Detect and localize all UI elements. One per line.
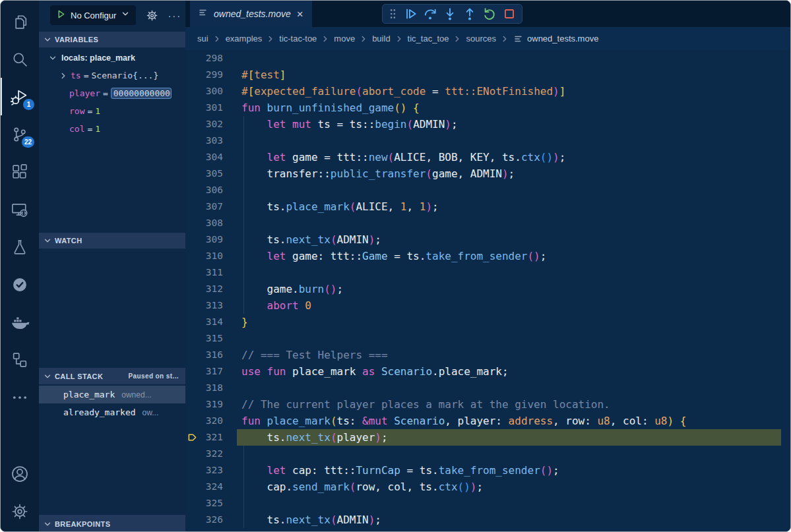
line-number[interactable]: 307 — [185, 198, 223, 215]
code-line-316[interactable]: 316// === Test Helpers === — [185, 347, 790, 363]
code-line-302[interactable]: 302 let mut ts = ts::begin(ADMIN); — [185, 116, 790, 133]
code-line-306[interactable]: 306 — [185, 182, 790, 198]
variables-section-header[interactable]: VARIABLES — [39, 32, 185, 47]
code-line-320[interactable]: 320fun place_mark(ts: &mut Scenario, pla… — [185, 413, 790, 429]
line-number[interactable]: 318 — [185, 380, 223, 396]
line-number[interactable]: 320 — [185, 413, 223, 429]
activity-item-search[interactable] — [1, 40, 39, 78]
activity-item-extensions[interactable] — [1, 153, 39, 191]
breadcrumb-item-examples[interactable]: examples — [226, 34, 263, 44]
restart-icon[interactable] — [482, 7, 497, 21]
call-stack-frame-already_marked[interactable]: already_markedow... — [39, 403, 185, 421]
line-number[interactable]: 299 — [185, 67, 223, 83]
call-stack-section-header[interactable]: CALL STACK Paused on st... — [39, 368, 185, 384]
code-line-305[interactable]: 305 transfer::public_transfer(game, ADMI… — [185, 165, 790, 182]
code-line-313[interactable]: 313 abort 0 — [185, 297, 790, 314]
step-over-icon[interactable] — [423, 7, 437, 21]
code-line-323[interactable]: 323 let cap: ttt::TurnCap = ts.take_from… — [185, 462, 790, 479]
line-number[interactable]: 310 — [185, 248, 223, 264]
activity-item-more[interactable] — [1, 378, 39, 416]
line-number[interactable]: 315 — [185, 330, 223, 347]
breadcrumb-item-sui[interactable]: sui — [197, 34, 208, 44]
step-into-icon[interactable] — [443, 7, 457, 21]
line-number[interactable]: 323 — [185, 462, 223, 479]
code-line-325[interactable]: 325 — [185, 495, 790, 512]
variable-row-col[interactable]: col = 1 — [39, 120, 185, 138]
activity-item-tasks[interactable] — [1, 266, 39, 303]
close-icon[interactable]: × — [296, 9, 304, 20]
breadcrumb-item-tic_tac_toe[interactable]: tic_tac_toe — [408, 34, 449, 44]
code-line-318[interactable]: 318 — [185, 380, 790, 396]
line-number[interactable]: 324 — [185, 479, 223, 495]
code-line-299[interactable]: 299#[test] — [185, 67, 790, 83]
variable-value[interactable]: 000000000000… — [111, 88, 172, 99]
activity-item-remote-explorer[interactable] — [1, 191, 39, 228]
code-line-304[interactable]: 304 let game = ttt::new(ALICE, BOB, KEY,… — [185, 149, 790, 165]
code-line-310[interactable]: 310 let game: ttt::Game = ts.take_from_s… — [185, 248, 790, 264]
breadcrumb-item-tic-tac-toe[interactable]: tic-tac-toe — [279, 34, 317, 44]
activity-item-docker[interactable] — [1, 303, 39, 341]
activity-item-source-control[interactable]: 22 — [1, 115, 39, 153]
activity-item-project-hierarchy[interactable] — [1, 341, 39, 378]
activity-item-accounts[interactable] — [1, 455, 39, 492]
breakpoints-section-header[interactable]: BREAKPOINTS — [39, 515, 185, 532]
line-number[interactable]: 302 — [185, 116, 223, 133]
code-line-321[interactable]: 321 ts.next_tx(player); — [185, 429, 790, 446]
activity-item-settings[interactable] — [1, 492, 39, 530]
breadcrumb-item-build[interactable]: build — [372, 34, 390, 44]
watch-section-header[interactable]: WATCH — [39, 233, 185, 249]
stop-icon[interactable] — [502, 7, 517, 21]
code-line-309[interactable]: 309 ts.next_tx(ADMIN); — [185, 231, 790, 248]
code-line-301[interactable]: 301fun burn_unfinished_game() { — [185, 100, 790, 116]
start-debug-icon[interactable] — [56, 9, 66, 22]
line-number[interactable]: 317 — [185, 363, 223, 380]
code-line-317[interactable]: 317use fun place_mark as Scenario.place_… — [185, 363, 790, 380]
line-number[interactable]: 316 — [185, 347, 223, 363]
code-line-303[interactable]: 303 — [185, 133, 790, 149]
code-line-311[interactable]: 311 — [185, 264, 790, 281]
line-number[interactable]: 321 — [185, 429, 223, 446]
code-line-298[interactable]: 298 — [185, 50, 790, 67]
activity-item-explorer[interactable] — [1, 3, 39, 40]
line-number[interactable]: 298 — [185, 50, 223, 67]
breadcrumb-item-move[interactable]: move — [334, 34, 355, 44]
line-number[interactable]: 312 — [185, 281, 223, 297]
line-number[interactable]: 322 — [185, 446, 223, 462]
line-number[interactable]: 308 — [185, 215, 223, 231]
line-number[interactable]: 326 — [185, 512, 223, 528]
line-number[interactable]: 306 — [185, 182, 223, 198]
code-line-300[interactable]: 300#[expected_failure(abort_code = ttt::… — [185, 83, 790, 100]
code-line-326[interactable]: 326 ts.next_tx(ADMIN); — [185, 512, 790, 528]
line-number[interactable]: 313 — [185, 297, 223, 314]
code-line-314[interactable]: 314} — [185, 314, 790, 330]
more-actions-icon[interactable]: ··· — [168, 10, 181, 21]
variable-row-row[interactable]: row = 1 — [39, 102, 185, 120]
code-line-319[interactable]: 319// The current player places a mark a… — [185, 396, 790, 413]
variable-row-player[interactable]: player = 000000000000… — [39, 84, 185, 102]
code-line-307[interactable]: 307 ts.place_mark(ALICE, 1, 1); — [185, 198, 790, 215]
line-number[interactable]: 311 — [185, 264, 223, 281]
code-line-324[interactable]: 324 cap.send_mark(row, col, ts.ctx()); — [185, 479, 790, 495]
code-line-315[interactable]: 315 — [185, 330, 790, 347]
drag-icon[interactable] — [388, 7, 398, 20]
activity-item-run-debug[interactable]: 1 — [1, 78, 39, 115]
breadcrumb-file[interactable]: owned_tests.move — [513, 34, 598, 44]
line-number[interactable]: 319 — [185, 396, 223, 413]
call-stack-frame-place_mark[interactable]: place_markowned... — [39, 386, 185, 403]
debug-settings-gear-icon[interactable] — [146, 9, 158, 22]
line-number[interactable]: 303 — [185, 133, 223, 149]
breadcrumb-item-sources[interactable]: sources — [466, 34, 496, 44]
code-line-308[interactable]: 308 — [185, 215, 790, 231]
line-number[interactable]: 301 — [185, 100, 223, 116]
step-out-icon[interactable] — [462, 7, 477, 21]
code-line-322[interactable]: 322 — [185, 446, 790, 462]
continue-icon[interactable] — [403, 7, 418, 21]
line-number[interactable]: 325 — [185, 495, 223, 512]
code-editor[interactable]: 298299#[test]300#[expected_failure(abort… — [185, 50, 790, 531]
line-number[interactable]: 300 — [185, 83, 223, 100]
line-number[interactable]: 314 — [185, 314, 223, 330]
tab-owned-tests[interactable]: owned_tests.move × — [190, 1, 312, 27]
activity-item-testing[interactable] — [1, 228, 39, 266]
variables-scope-row[interactable]: locals: place_mark — [39, 49, 185, 67]
line-number[interactable]: 309 — [185, 231, 223, 248]
